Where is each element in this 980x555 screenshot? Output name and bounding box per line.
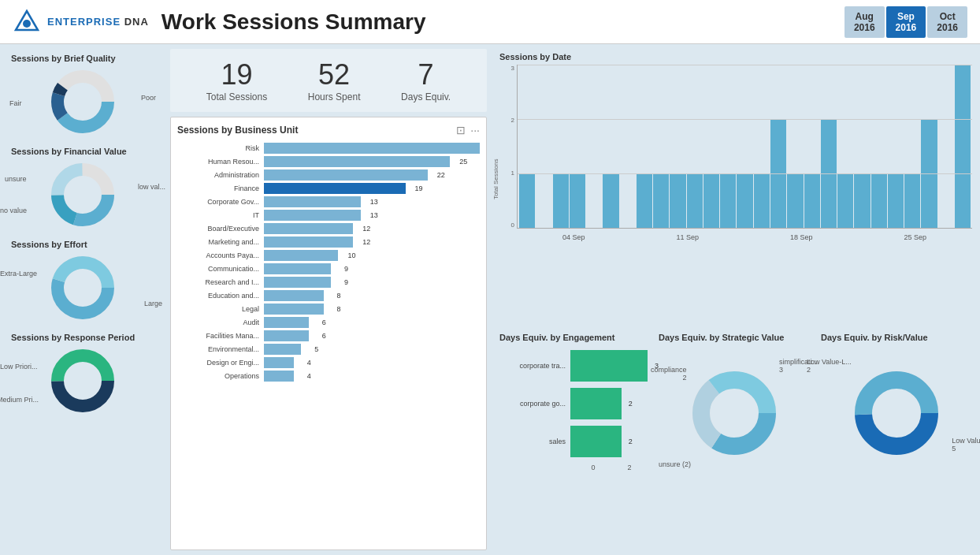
bottom-charts: Days Equiv. by Engagement corporate tra.… (496, 330, 975, 550)
logo-area: ENTERPRISE DNA (13, 8, 149, 36)
biz-bar-label: Board/Executive (177, 225, 264, 233)
date-bar (570, 173, 585, 228)
days-equiv-kpi: 7 Days Equiv. (401, 58, 451, 102)
y-label-2: 2 (511, 117, 514, 124)
effort-donut: Extra-Large Large (11, 252, 154, 323)
biz-bar-row: Communicatio...9 (177, 263, 480, 274)
fair-label: Fair (9, 99, 22, 107)
days-equiv-label: Days Equiv. (401, 91, 451, 102)
engagement-chart: Days Equiv. by Engagement corporate tra.… (496, 330, 651, 550)
sessions-by-date-chart: Sessions by Date 3 2 1 0 (496, 49, 975, 325)
biz-bar-fill: 12 (264, 223, 353, 234)
date-bar (603, 173, 618, 228)
biz-bar-fill: 13 (264, 196, 361, 207)
biz-bar-row: Marketing and...12 (177, 237, 480, 248)
mediumpri-label: Medium Pri... (0, 396, 39, 404)
biz-bar-track: 9 (264, 263, 480, 274)
financial-value-section: Sessions by Financial Value unsure low v… (6, 143, 159, 233)
right-panel: Sessions by Date 3 2 1 0 (492, 44, 980, 555)
large-label: Large (144, 300, 162, 307)
biz-unit-panel: Sessions by Business Unit ⊡ ··· Risk29Hu… (170, 117, 487, 550)
panel-expand-icon[interactable]: ⊡ (456, 124, 466, 136)
x-label-04sep: 04 Sep (562, 233, 585, 241)
eng-bar-row-2: corporate go... 2 (499, 388, 648, 419)
date-bar (703, 173, 719, 228)
biz-bar-label: Research and I... (177, 278, 264, 286)
biz-bar-value: 4 (307, 357, 311, 368)
biz-bar-row: Administration22 (177, 169, 480, 181)
panel-more-icon[interactable]: ··· (470, 124, 480, 136)
logo-text: ENTERPRISE DNA (47, 16, 149, 28)
y-label-0: 0 (511, 222, 514, 229)
date-bar (871, 173, 887, 228)
biz-bar-row: Design or Engi...4 (177, 357, 480, 368)
effort-title: Sessions by Effort (11, 240, 154, 249)
biz-bar-track: 22 (264, 169, 480, 181)
corp-go-value: 2 (629, 400, 633, 408)
biz-unit-bars: Risk29Human Resou...25Administration22Fi… (177, 143, 480, 382)
sessions-by-date-title: Sessions by Date (499, 52, 972, 61)
biz-bar-track: 12 (264, 237, 480, 248)
response-period-donut: Low Priori... Medium Pri... (11, 345, 154, 416)
biz-bar-track: 8 (264, 304, 480, 315)
eng-x-0: 0 (591, 464, 595, 471)
biz-bar-track: 6 (264, 317, 480, 328)
biz-bar-fill: 4 (264, 371, 294, 382)
biz-bar-fill: 9 (264, 263, 331, 274)
biz-bar-label: Facilities Mana... (177, 332, 264, 340)
biz-bar-row: Corporate Gov...13 (177, 196, 480, 207)
x-label-18sep: 18 Sep (790, 233, 813, 241)
lowpriori-label: Low Priori... (0, 363, 38, 371)
biz-bar-row: Research and I...9 (177, 277, 480, 288)
biz-bar-fill: 6 (264, 317, 309, 328)
biz-unit-title: Sessions by Business Unit (177, 125, 298, 136)
y-label-3: 3 (511, 65, 514, 72)
biz-bar-value: 6 (322, 317, 326, 328)
biz-bar-label: Design or Engi... (177, 359, 264, 367)
biz-bar-fill: 10 (264, 250, 338, 261)
biz-bar-track: 9 (264, 277, 480, 288)
aug-tab[interactable]: Aug2016 (845, 6, 885, 38)
biz-bar-fill: 6 (264, 330, 309, 341)
panel-controls[interactable]: ⊡ ··· (456, 124, 480, 136)
biz-bar-value: 12 (362, 237, 370, 248)
biz-bar-track: 13 (264, 210, 480, 221)
lowval-label: low val... (138, 183, 165, 191)
biz-bar-row: Finance19 (177, 183, 480, 194)
biz-bar-row: Facilities Mana...6 (177, 330, 480, 341)
biz-bar-value: 9 (344, 263, 348, 274)
biz-bar-label: Education and... (177, 292, 264, 300)
biz-bar-label: Administration (177, 171, 264, 179)
engagement-title: Days Equiv. by Engagement (499, 333, 648, 342)
biz-bar-fill: 12 (264, 237, 353, 248)
date-bar (720, 173, 736, 228)
biz-bar-label: Corporate Gov... (177, 198, 264, 206)
biz-bar-track: 4 (264, 357, 480, 368)
biz-bar-label: Environmental... (177, 345, 264, 353)
sep-tab[interactable]: Sep2016 (886, 6, 926, 38)
date-bar (787, 173, 803, 228)
biz-bar-value: 5 (314, 344, 318, 355)
biz-bar-track: 13 (264, 196, 480, 207)
biz-bar-row: Environmental...5 (177, 344, 480, 355)
biz-bar-fill: 4 (264, 357, 294, 368)
logo-icon (13, 8, 41, 36)
strategic-title: Days Equiv. by Strategic Value (659, 333, 810, 342)
biz-bar-row: Risk29 (177, 143, 480, 154)
biz-bar-track: 5 (264, 344, 480, 355)
biz-bar-row: Human Resou...25 (177, 156, 480, 167)
biz-bar-value: 6 (322, 330, 326, 341)
page-title: Work Sessions Summary (161, 9, 845, 35)
biz-bar-value: 9 (344, 277, 348, 288)
date-bar (687, 173, 703, 228)
page-header: ENTERPRISE DNA Work Sessions Summary Aug… (0, 0, 980, 44)
biz-bar-fill: 22 (264, 169, 428, 181)
main-content: Sessions by Brief Quality Fair Poor Sess… (0, 44, 980, 555)
biz-bar-track: 10 (264, 250, 480, 261)
kpi-row: 19 Total Sessions 52 Hours Spent 7 Days … (170, 49, 487, 112)
strategic-panel: Days Equiv. by Strategic Value complianc… (655, 330, 813, 550)
biz-bar-label: Communicatio... (177, 265, 264, 273)
effort-section: Sessions by Effort Extra-Large Large (6, 237, 159, 326)
oct-tab[interactable]: Oct2016 (927, 6, 967, 38)
biz-bar-track: 8 (264, 290, 480, 301)
